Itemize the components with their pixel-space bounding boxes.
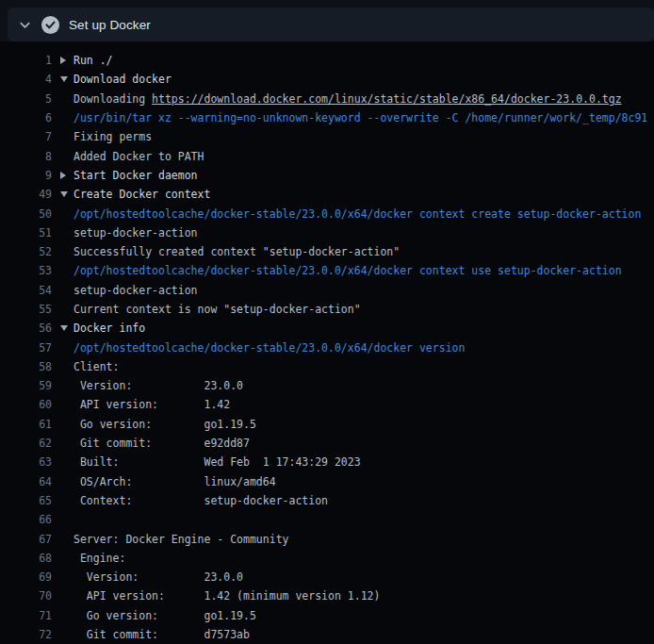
log-text: Download docker bbox=[74, 73, 172, 86]
line-number[interactable]: 8 bbox=[0, 150, 52, 163]
log-line: 68 Engine: bbox=[0, 549, 654, 568]
line-number[interactable]: 55 bbox=[0, 303, 52, 316]
log-group-row[interactable]: 49Create Docker context bbox=[0, 185, 654, 204]
log-line: 59 Version: 23.0.0 bbox=[0, 376, 654, 395]
log-text: Engine: bbox=[74, 552, 125, 565]
log-text: API version: 1.42 (minimum version 1.12) bbox=[74, 589, 380, 603]
line-number[interactable]: 9 bbox=[0, 169, 52, 182]
log-line: 54setup-docker-action bbox=[0, 281, 654, 300]
line-number[interactable]: 63 bbox=[0, 455, 52, 469]
log-text: Git commit: e92dd87 bbox=[74, 437, 250, 450]
step-header[interactable]: Set up Docker bbox=[8, 8, 654, 41]
log-group-row[interactable]: 56Docker info bbox=[0, 319, 654, 338]
log-line: 62 Git commit: e92dd87 bbox=[0, 434, 654, 453]
line-number[interactable]: 6 bbox=[0, 111, 52, 124]
line-number[interactable]: 49 bbox=[0, 188, 52, 201]
log-line: 60 API version: 1.42 bbox=[0, 395, 654, 414]
line-number[interactable]: 69 bbox=[0, 570, 52, 584]
log-text: Server: Docker Engine - Community bbox=[74, 533, 288, 546]
log-text: Git commit: d7573ab bbox=[74, 628, 250, 641]
line-number[interactable]: 65 bbox=[0, 494, 52, 507]
log-text: OS/Arch: linux/amd64 bbox=[74, 475, 276, 488]
log-text: Successfully created context "setup-dock… bbox=[74, 245, 400, 258]
log-text: setup-docker-action bbox=[74, 284, 198, 297]
log-text: Go version: go1.19.5 bbox=[74, 609, 256, 622]
log-text: Added Docker to PATH bbox=[74, 150, 204, 163]
line-number[interactable]: 61 bbox=[0, 418, 52, 431]
line-number[interactable]: 70 bbox=[0, 589, 52, 603]
line-number[interactable]: 59 bbox=[0, 379, 52, 392]
log-text: Downloading https://download.docker.com/… bbox=[74, 92, 622, 106]
log-line: 7Fixing perms bbox=[0, 127, 654, 146]
log-line: 6/usr/bin/tar xz --warning=no-unknown-ke… bbox=[0, 108, 654, 127]
line-number[interactable]: 50 bbox=[0, 207, 52, 221]
log-line: 57/opt/hostedtoolcache/docker-stable/23.… bbox=[0, 338, 654, 356]
log-text: API version: 1.42 bbox=[74, 398, 230, 411]
log-line: 63 Built: Wed Feb 1 17:43:29 2023 bbox=[0, 453, 654, 471]
log-text: setup-docker-action bbox=[74, 226, 198, 239]
chevron-right-icon[interactable] bbox=[52, 172, 74, 179]
log-text: Client: bbox=[74, 360, 119, 373]
check-circle-icon bbox=[41, 16, 59, 34]
log-text: Docker info bbox=[74, 322, 145, 335]
line-number[interactable]: 72 bbox=[0, 628, 52, 641]
log-line: 69 Version: 23.0.0 bbox=[0, 568, 654, 586]
log-command-text: /opt/hostedtoolcache/docker-stable/23.0.… bbox=[74, 341, 465, 355]
line-number[interactable]: 67 bbox=[0, 533, 52, 546]
line-number[interactable]: 56 bbox=[0, 322, 52, 335]
line-number[interactable]: 64 bbox=[0, 475, 52, 488]
line-number[interactable]: 62 bbox=[0, 437, 52, 450]
log-container: 1Run ./4Download docker5Downloading http… bbox=[0, 41, 654, 644]
log-text: Version: 23.0.0 bbox=[74, 379, 243, 392]
log-text: Context: setup-docker-action bbox=[74, 494, 328, 507]
step-title: Set up Docker bbox=[69, 18, 151, 32]
log-line: 71 Go version: go1.19.5 bbox=[0, 606, 654, 625]
log-text: Built: Wed Feb 1 17:43:29 2023 bbox=[74, 455, 361, 469]
line-number[interactable]: 60 bbox=[0, 398, 52, 411]
log-line: 61 Go version: go1.19.5 bbox=[0, 415, 654, 434]
log-command-text: /usr/bin/tar xz --warning=no-unknown-key… bbox=[74, 111, 647, 124]
line-number[interactable]: 71 bbox=[0, 609, 52, 622]
log-command-text: /opt/hostedtoolcache/docker-stable/23.0.… bbox=[74, 264, 622, 277]
log-link[interactable]: https://download.docker.com/linux/static… bbox=[152, 92, 622, 106]
log-group-row[interactable]: 4Download docker bbox=[0, 70, 654, 89]
log-line: 5Downloading https://download.docker.com… bbox=[0, 90, 654, 108]
log-line: 8Added Docker to PATH bbox=[0, 146, 654, 165]
line-number[interactable]: 68 bbox=[0, 552, 52, 565]
line-number[interactable]: 54 bbox=[0, 284, 52, 297]
chevron-down-icon[interactable] bbox=[17, 17, 32, 32]
line-number[interactable]: 53 bbox=[0, 264, 52, 277]
log-line: 58Client: bbox=[0, 357, 654, 376]
log-line: 64 OS/Arch: linux/amd64 bbox=[0, 472, 654, 491]
log-command-text: /opt/hostedtoolcache/docker-stable/23.0.… bbox=[74, 207, 641, 221]
chevron-down-icon[interactable] bbox=[52, 325, 74, 331]
log-text: Run ./ bbox=[74, 54, 113, 67]
log-text: Version: 23.0.0 bbox=[74, 570, 243, 584]
log-line: 67Server: Docker Engine - Community bbox=[0, 529, 654, 548]
workflow-log-page: Set up Docker 1Run ./4Download docker5Do… bbox=[0, 0, 654, 644]
line-number[interactable]: 7 bbox=[0, 130, 52, 143]
log-line: 72 Git commit: d7573ab bbox=[0, 625, 654, 644]
chevron-right-icon[interactable] bbox=[52, 57, 74, 64]
log-text: Current context is now "setup-docker-act… bbox=[74, 303, 361, 316]
log-line: 52Successfully created context "setup-do… bbox=[0, 242, 654, 261]
log-text: Go version: go1.19.5 bbox=[74, 418, 256, 431]
log-group-row[interactable]: 1Run ./ bbox=[0, 51, 654, 70]
log-text-segment: Downloading bbox=[74, 92, 152, 106]
log-line: 53/opt/hostedtoolcache/docker-stable/23.… bbox=[0, 261, 654, 280]
line-number[interactable]: 5 bbox=[0, 92, 52, 106]
line-number[interactable]: 1 bbox=[0, 54, 52, 67]
log-text: Fixing perms bbox=[74, 130, 152, 143]
log-line: 55Current context is now "setup-docker-a… bbox=[0, 300, 654, 319]
line-number[interactable]: 52 bbox=[0, 245, 52, 258]
line-number[interactable]: 4 bbox=[0, 73, 52, 86]
log-line: 66 bbox=[0, 510, 654, 529]
line-number[interactable]: 57 bbox=[0, 341, 52, 355]
log-group-row[interactable]: 9Start Docker daemon bbox=[0, 166, 654, 185]
chevron-down-icon[interactable] bbox=[52, 191, 74, 197]
line-number[interactable]: 51 bbox=[0, 226, 52, 239]
line-number[interactable]: 66 bbox=[0, 513, 52, 526]
line-number[interactable]: 58 bbox=[0, 360, 52, 373]
chevron-down-icon[interactable] bbox=[52, 76, 74, 82]
log-text: Create Docker context bbox=[74, 188, 210, 201]
